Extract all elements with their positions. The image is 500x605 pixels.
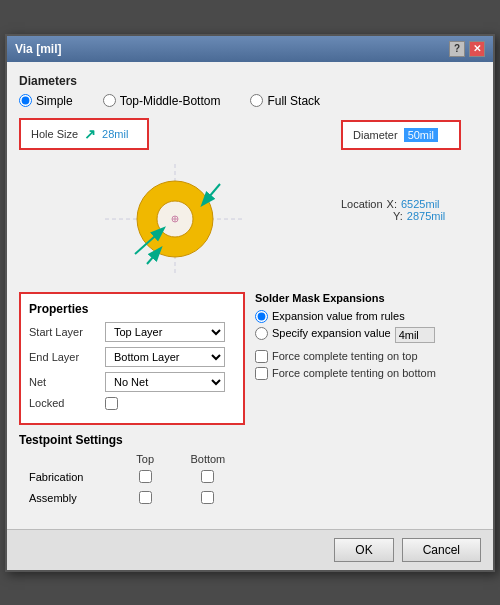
- fabrication-top-checkbox[interactable]: [139, 470, 152, 483]
- specify-expansion-radio[interactable]: [255, 327, 268, 340]
- assembly-bottom-cell: [171, 488, 245, 509]
- net-row: Net No Net: [29, 372, 235, 392]
- diameters-section: Diameters Simple Top-Middle-Bottom Full …: [19, 74, 481, 108]
- assembly-row: Assembly: [19, 488, 245, 509]
- location-y-label: Y:: [393, 210, 403, 222]
- fabrication-label: Fabrication: [19, 467, 120, 488]
- location-x-label: X:: [387, 198, 397, 210]
- hole-size-box: Hole Size ↗ 28mil: [19, 118, 149, 150]
- dialog-via: Via [mil] ? ✕ Diameters Simple Top-Middl…: [5, 34, 495, 572]
- ok-button[interactable]: OK: [334, 538, 393, 562]
- diameter-box: Diameter 50mil: [341, 120, 461, 150]
- dialog-footer: OK Cancel: [7, 529, 493, 570]
- force-bottom-tenting-label: Force complete tenting on bottom: [272, 367, 436, 379]
- left-bottom: Properties Start Layer Top Layer Bottom …: [19, 292, 245, 517]
- dialog-body: Diameters Simple Top-Middle-Bottom Full …: [7, 62, 493, 529]
- location-x-value: 6525mil: [401, 198, 440, 210]
- solder-mask-title: Solder Mask Expansions: [255, 292, 481, 304]
- cancel-button[interactable]: Cancel: [402, 538, 481, 562]
- fabrication-bottom-cell: [171, 467, 245, 488]
- svg-line-8: [203, 184, 220, 204]
- locked-checkbox[interactable]: [105, 397, 118, 410]
- diameters-title: Diameters: [19, 74, 481, 88]
- force-bottom-tenting-checkbox[interactable]: [255, 367, 268, 380]
- top-middle-bottom-radio-item[interactable]: Top-Middle-Bottom: [103, 94, 221, 108]
- assembly-label: Assembly: [19, 488, 120, 509]
- via-diagram: [75, 154, 275, 284]
- net-select[interactable]: No Net: [105, 372, 225, 392]
- testpoint-empty-header: [19, 451, 120, 467]
- specify-expansion-row: Specify expansion value 4mil: [255, 327, 481, 344]
- testpoint-top-header: Top: [120, 451, 171, 467]
- end-layer-select[interactable]: Top Layer Bottom Layer: [105, 347, 225, 367]
- assembly-top-cell: [120, 488, 171, 509]
- title-bar: Via [mil] ? ✕: [7, 36, 493, 62]
- specify-expansion-label: Specify expansion value: [272, 327, 391, 339]
- diameter-radio-row: Simple Top-Middle-Bottom Full Stack: [19, 94, 481, 108]
- solder-mask-section: Solder Mask Expansions Expansion value f…: [255, 292, 481, 517]
- testpoint-bottom-header: Bottom: [171, 451, 245, 467]
- top-middle-bottom-radio[interactable]: [103, 94, 116, 107]
- svg-line-9: [147, 249, 160, 264]
- fabrication-row: Fabrication: [19, 467, 245, 488]
- hole-size-value: 28mil: [102, 128, 128, 140]
- full-stack-radio-item[interactable]: Full Stack: [250, 94, 320, 108]
- assembly-top-checkbox[interactable]: [139, 491, 152, 504]
- start-layer-label: Start Layer: [29, 326, 99, 338]
- assembly-bottom-checkbox[interactable]: [201, 491, 214, 504]
- location-y-value: 2875mil: [407, 210, 446, 222]
- properties-section: Properties Start Layer Top Layer Bottom …: [19, 292, 245, 425]
- full-stack-label: Full Stack: [267, 94, 320, 108]
- expansion-from-rules-label: Expansion value from rules: [272, 310, 405, 322]
- end-layer-row: End Layer Top Layer Bottom Layer: [29, 347, 235, 367]
- title-bar-buttons: ? ✕: [449, 41, 485, 57]
- start-layer-select[interactable]: Top Layer Bottom Layer: [105, 322, 225, 342]
- simple-radio[interactable]: [19, 94, 32, 107]
- specify-expansion-item[interactable]: Specify expansion value: [255, 327, 391, 340]
- top-middle-bottom-label: Top-Middle-Bottom: [120, 94, 221, 108]
- close-button[interactable]: ✕: [469, 41, 485, 57]
- testpoint-table: Top Bottom Fabrication Assembly: [19, 451, 245, 509]
- force-top-tenting-label: Force complete tenting on top: [272, 350, 418, 362]
- fabrication-bottom-checkbox[interactable]: [201, 470, 214, 483]
- testpoint-section: Testpoint Settings Top Bottom Fabricatio: [19, 433, 245, 509]
- location-section: Location X: 6525mil Y: 2875mil: [341, 198, 445, 222]
- specify-expansion-input[interactable]: 4mil: [395, 327, 435, 343]
- force-top-tenting-row: Force complete tenting on top: [255, 350, 481, 363]
- net-label: Net: [29, 376, 99, 388]
- start-layer-row: Start Layer Top Layer Bottom Layer: [29, 322, 235, 342]
- location-x-row: Location X: 6525mil: [341, 198, 445, 210]
- locked-label: Locked: [29, 397, 99, 409]
- force-bottom-tenting-row: Force complete tenting on bottom: [255, 367, 481, 380]
- hole-size-arrow: ↗: [84, 126, 96, 142]
- help-button[interactable]: ?: [449, 41, 465, 57]
- dialog-title: Via [mil]: [15, 42, 61, 56]
- full-stack-radio[interactable]: [250, 94, 263, 107]
- diameter-label: Diameter: [353, 129, 398, 141]
- hole-size-label: Hole Size: [31, 128, 78, 140]
- force-top-tenting-checkbox[interactable]: [255, 350, 268, 363]
- properties-title: Properties: [29, 302, 235, 316]
- fabrication-top-cell: [120, 467, 171, 488]
- simple-radio-item[interactable]: Simple: [19, 94, 73, 108]
- end-layer-label: End Layer: [29, 351, 99, 363]
- testpoint-title: Testpoint Settings: [19, 433, 245, 447]
- bottom-area: Properties Start Layer Top Layer Bottom …: [19, 292, 481, 517]
- location-label: Location: [341, 198, 383, 210]
- simple-label: Simple: [36, 94, 73, 108]
- location-y-row: Y: 2875mil: [341, 210, 445, 222]
- expansion-from-rules-item[interactable]: Expansion value from rules: [255, 310, 481, 323]
- diameter-value: 50mil: [404, 128, 438, 142]
- locked-row: Locked: [29, 397, 235, 410]
- expansion-from-rules-radio[interactable]: [255, 310, 268, 323]
